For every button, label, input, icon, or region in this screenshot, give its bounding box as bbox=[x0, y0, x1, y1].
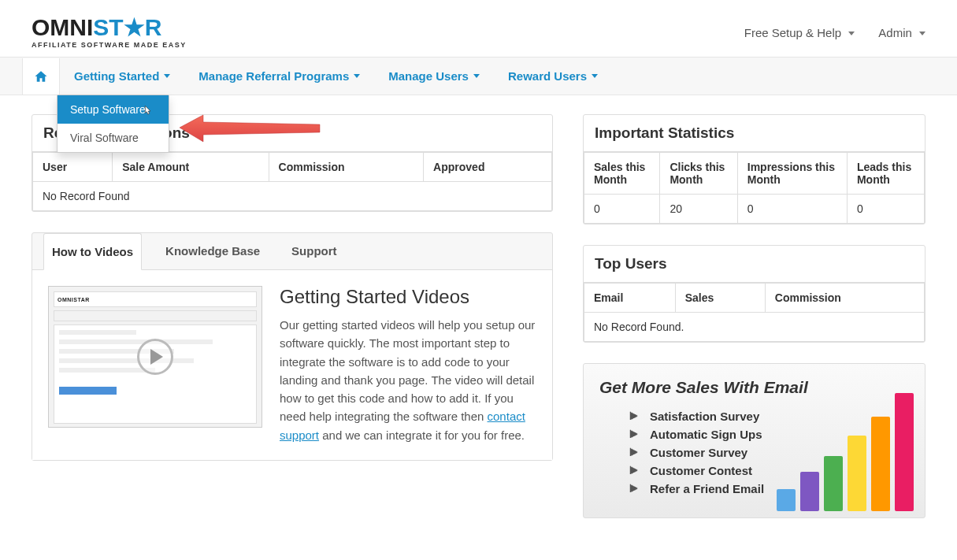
logo-tagline: AFFILIATE SOFTWARE MADE EASY bbox=[32, 41, 187, 49]
email-promo-panel[interactable]: Get More Sales With Email ⯈Satisfaction … bbox=[583, 363, 925, 518]
col-email: Email bbox=[584, 284, 676, 313]
top-users-title: Top Users bbox=[584, 246, 925, 283]
free-setup-help-label: Free Setup & Help bbox=[744, 26, 841, 39]
annotation-arrow-icon bbox=[180, 113, 321, 145]
getting-started-dropdown: Setup Software Viral Software bbox=[57, 95, 169, 153]
dropdown-viral-software-label: Viral Software bbox=[70, 132, 139, 144]
video-thumbnail[interactable]: OMNISTAR bbox=[48, 286, 262, 428]
dropdown-item-viral-software[interactable]: Viral Software bbox=[57, 124, 169, 152]
statistics-table: Sales this Month Clicks this Month Impre… bbox=[584, 152, 925, 224]
logo[interactable]: OMNIST★R AFFILIATE SOFTWARE MADE EASY bbox=[32, 16, 187, 49]
tab-how-to-videos[interactable]: How to Videos bbox=[43, 233, 142, 270]
recent-transactions-table: User Sale Amount Commission Approved No … bbox=[32, 152, 552, 211]
stat-sales-label: Sales this Month bbox=[584, 153, 660, 195]
nav-reward-users-label: Reward Users bbox=[508, 69, 587, 83]
nav-getting-started-label: Getting Started bbox=[74, 69, 159, 83]
home-icon bbox=[34, 69, 48, 83]
top-users-table: Email Sales Commission No Record Found. bbox=[584, 283, 925, 342]
bar-chart-graphic bbox=[777, 393, 914, 511]
stat-sales-value: 0 bbox=[584, 195, 660, 224]
nav-getting-started[interactable]: Getting Started bbox=[60, 57, 184, 95]
admin-menu[interactable]: Admin bbox=[878, 26, 925, 39]
arrow-right-icon: ⯈ bbox=[629, 465, 639, 477]
empty-message: No Record Found bbox=[33, 182, 552, 211]
stat-clicks-value: 20 bbox=[660, 195, 737, 224]
video-section-body: Our getting started videos will help you… bbox=[280, 316, 536, 444]
col-approved: Approved bbox=[424, 153, 552, 182]
free-setup-help-menu[interactable]: Free Setup & Help bbox=[744, 26, 855, 39]
stat-leads-label: Leads this Month bbox=[847, 153, 924, 195]
tab-support[interactable]: Support bbox=[284, 233, 345, 269]
col-sale-amount: Sale Amount bbox=[113, 153, 269, 182]
cursor-pointer-icon bbox=[142, 105, 153, 117]
col-commission: Commission bbox=[269, 153, 424, 182]
stat-impressions-label: Impressions this Month bbox=[737, 153, 847, 195]
tab-knowledge-base[interactable]: Knowledge Base bbox=[158, 233, 268, 269]
empty-message: No Record Found. bbox=[584, 313, 925, 342]
nav-manage-programs-label: Manage Referral Programs bbox=[198, 69, 349, 83]
caret-down-icon bbox=[592, 74, 598, 78]
stat-impressions-value: 0 bbox=[737, 195, 847, 224]
nav-home[interactable] bbox=[22, 58, 60, 95]
table-header-row: User Sale Amount Commission Approved bbox=[33, 153, 552, 182]
col-commission: Commission bbox=[765, 284, 924, 313]
nav-manage-users-label: Manage Users bbox=[388, 69, 469, 83]
col-user: User bbox=[33, 153, 113, 182]
admin-label: Admin bbox=[878, 26, 912, 39]
main-nav: Getting Started Manage Referral Programs… bbox=[0, 57, 957, 95]
dropdown-setup-software-label: Setup Software bbox=[70, 103, 146, 116]
play-icon bbox=[137, 339, 173, 375]
video-section-heading: Getting Started Videos bbox=[280, 286, 536, 308]
top-users-panel: Top Users Email Sales Commission No Reco… bbox=[583, 245, 925, 343]
caret-down-icon bbox=[919, 32, 925, 35]
stat-leads-value: 0 bbox=[847, 195, 924, 224]
caret-down-icon bbox=[848, 32, 855, 35]
page-header: OMNIST★R AFFILIATE SOFTWARE MADE EASY Fr… bbox=[0, 0, 957, 57]
logo-text-omni: OMNI bbox=[32, 14, 93, 40]
dropdown-item-setup-software[interactable]: Setup Software bbox=[57, 95, 169, 124]
caret-down-icon bbox=[164, 74, 170, 78]
arrow-right-icon: ⯈ bbox=[629, 484, 639, 495]
help-tabs-panel: How to Videos Knowledge Base Support OMN… bbox=[32, 232, 553, 461]
table-row: No Record Found bbox=[33, 182, 552, 211]
caret-down-icon bbox=[354, 74, 360, 78]
nav-manage-referral-programs[interactable]: Manage Referral Programs bbox=[184, 57, 374, 95]
logo-text-star: ST★R bbox=[93, 14, 161, 40]
caret-down-icon bbox=[473, 74, 480, 78]
stat-clicks-label: Clicks this Month bbox=[660, 153, 737, 195]
nav-manage-users[interactable]: Manage Users bbox=[374, 57, 494, 95]
arrow-right-icon: ⯈ bbox=[629, 429, 639, 440]
nav-reward-users[interactable]: Reward Users bbox=[494, 57, 612, 95]
svg-marker-0 bbox=[180, 115, 320, 142]
important-statistics-title: Important Statistics bbox=[584, 115, 925, 152]
important-statistics-panel: Important Statistics Sales this Month Cl… bbox=[583, 114, 925, 224]
col-sales: Sales bbox=[675, 284, 765, 313]
arrow-right-icon: ⯈ bbox=[629, 447, 639, 458]
arrow-right-icon: ⯈ bbox=[629, 411, 639, 422]
